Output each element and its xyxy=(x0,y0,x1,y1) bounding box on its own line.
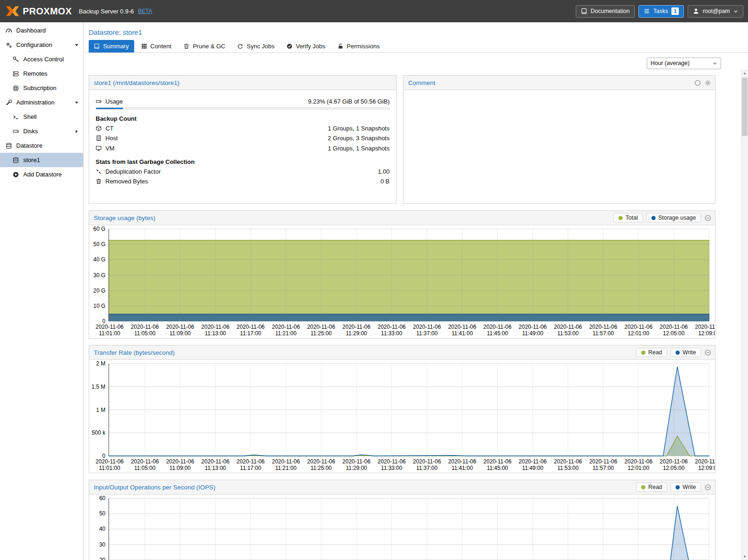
legend-write[interactable]: Write xyxy=(670,348,701,357)
expand-caret-right-icon[interactable] xyxy=(74,129,79,134)
database-icon xyxy=(6,143,12,149)
expand-caret-icon[interactable] xyxy=(74,42,79,48)
svg-text:11:21:00: 11:21:00 xyxy=(275,330,297,337)
sidebar-item-subscription[interactable]: Subscription xyxy=(0,81,83,95)
svg-text:2020-11-06: 2020-11-06 xyxy=(660,458,688,465)
tab-content[interactable]: Content xyxy=(136,40,177,52)
svg-text:2020-11-06: 2020-11-06 xyxy=(695,324,715,330)
sidebar-item-disks[interactable]: Disks xyxy=(0,124,83,138)
building-icon xyxy=(96,135,102,141)
svg-text:11:29:00: 11:29:00 xyxy=(346,465,367,471)
beta-link[interactable]: BETA xyxy=(138,8,152,14)
tab-permissions[interactable]: Permissions xyxy=(332,40,385,52)
svg-text:2020-11-06: 2020-11-06 xyxy=(448,324,476,330)
comment-circle-tool-icon[interactable] xyxy=(694,79,701,86)
scroll-down-arrow[interactable]: ▼ xyxy=(741,553,748,560)
tab-summary[interactable]: Summary xyxy=(89,40,134,52)
comment-settings-gear-icon[interactable] xyxy=(704,79,711,86)
vertical-scrollbar[interactable]: ▲ ▼ xyxy=(741,70,748,560)
svg-text:2020-11-06: 2020-11-06 xyxy=(377,458,406,465)
documentation-label: Documentation xyxy=(591,8,630,14)
svg-text:2020-11-06: 2020-11-06 xyxy=(202,324,230,330)
database-icon xyxy=(13,157,19,163)
svg-text:2020-11-06: 2020-11-06 xyxy=(131,324,159,330)
scroll-up-arrow[interactable]: ▲ xyxy=(741,70,748,77)
svg-text:11:09:00: 11:09:00 xyxy=(169,465,191,471)
legend-read[interactable]: Read xyxy=(636,348,667,357)
svg-text:2020-11-06: 2020-11-06 xyxy=(237,324,265,330)
legend-total[interactable]: Total xyxy=(613,213,643,222)
svg-text:11:57:00: 11:57:00 xyxy=(592,465,614,471)
svg-text:11:45:00: 11:45:00 xyxy=(487,330,508,337)
sidebar: Dashboard Configuration Access Control R… xyxy=(0,22,84,560)
sidebar-item-access-control[interactable]: Access Control xyxy=(0,52,83,66)
sidebar-item-datastore[interactable]: Datastore xyxy=(0,138,83,153)
sidebar-item-add-datastore[interactable]: Add Datastore xyxy=(0,167,83,182)
svg-text:40: 40 xyxy=(99,526,106,532)
legend-write[interactable]: Write xyxy=(670,482,701,492)
sidebar-item-dashboard[interactable]: Dashboard xyxy=(0,23,83,38)
storage-usage-chart: 010 G20 G30 G40 G50 G60 G2020-11-0611:01… xyxy=(89,225,715,338)
transfer-rate-title: Transfer Rate (bytes/second) xyxy=(94,349,175,356)
dedup-row: Deduplication Factor 1.00 xyxy=(96,167,390,176)
svg-text:2020-11-06: 2020-11-06 xyxy=(237,458,265,465)
legend-dot xyxy=(676,351,680,355)
vm-value: 1 Groups, 1 Snapshots xyxy=(328,145,390,152)
collapse-panel-icon[interactable] xyxy=(704,349,711,356)
tab-sync-jobs[interactable]: Sync Jobs xyxy=(232,40,280,52)
sidebar-item-store1[interactable]: store1 xyxy=(0,153,83,167)
tab-verify-jobs[interactable]: Verify Jobs xyxy=(281,40,331,52)
iops-panel: Input/Output Operations per Second (IOPS… xyxy=(89,480,715,560)
time-range-select[interactable]: Hour (average) xyxy=(647,58,721,69)
svg-text:11:29:00: 11:29:00 xyxy=(346,330,367,337)
comment-panel: Comment xyxy=(403,75,715,204)
scrollbar-thumb[interactable] xyxy=(742,78,748,136)
svg-text:11:01:00: 11:01:00 xyxy=(99,465,120,471)
sidebar-item-label: Remotes xyxy=(23,70,47,77)
book-icon xyxy=(94,43,100,49)
sidebar-item-label: Dashboard xyxy=(16,27,46,34)
transfer-rate-panel: Transfer Rate (bytes/second) Read Write … xyxy=(89,345,715,473)
svg-text:2020-11-06: 2020-11-06 xyxy=(519,324,547,330)
host-value: 2 Groups, 3 Snapshots xyxy=(328,135,390,142)
tab-label: Summary xyxy=(103,43,129,50)
tab-prune-gc[interactable]: Prune & GC xyxy=(178,40,230,52)
legend-dot xyxy=(618,216,623,220)
legend-label: Read xyxy=(648,349,662,356)
sidebar-item-label: Datastore xyxy=(16,142,42,149)
svg-text:11:05:00: 11:05:00 xyxy=(134,330,156,337)
summary-panel-title: store1 (/mnt/datastores/store1) xyxy=(94,79,180,86)
collapse-panel-icon[interactable] xyxy=(704,215,711,221)
legend-dot xyxy=(676,485,680,489)
sidebar-item-administration[interactable]: Administration xyxy=(0,95,83,110)
gears-icon xyxy=(6,42,12,48)
svg-text:1 M: 1 M xyxy=(96,407,105,413)
svg-text:11:33:00: 11:33:00 xyxy=(381,465,403,471)
svg-text:50 G: 50 G xyxy=(93,241,105,247)
collapse-panel-icon[interactable] xyxy=(704,484,711,491)
usage-value: 9.23% (4.67 GiB of 50.56 GiB) xyxy=(308,98,390,105)
sidebar-item-shell[interactable]: Shell xyxy=(0,110,83,124)
ct-label: CT xyxy=(105,125,113,132)
transfer-rate-chart: 0500 k1 M1.5 M2 M2020-11-0611:01:002020-… xyxy=(89,360,715,473)
documentation-button[interactable]: Documentation xyxy=(576,5,635,18)
sidebar-item-remotes[interactable]: Remotes xyxy=(0,66,83,81)
brand: PROXMOX Backup Server 0.9-6 BETA xyxy=(6,6,152,17)
svg-text:2020-11-06: 2020-11-06 xyxy=(166,324,195,330)
user-menu-button[interactable]: root@pam xyxy=(688,5,743,18)
sidebar-item-configuration[interactable]: Configuration xyxy=(0,38,83,52)
svg-text:2020-11-06: 2020-11-06 xyxy=(272,458,300,465)
gc-stats-title: Stats from last Garbage Collection xyxy=(96,158,390,165)
removed-bytes-value: 0 B xyxy=(380,178,390,185)
tasks-button[interactable]: Tasks 1 xyxy=(638,5,684,18)
legend-read[interactable]: Read xyxy=(636,482,667,492)
svg-text:11:17:00: 11:17:00 xyxy=(240,465,261,471)
svg-text:60 G: 60 G xyxy=(93,226,105,232)
expand-caret-icon[interactable] xyxy=(74,100,79,105)
toolbar: Hour (average) xyxy=(84,53,748,73)
grid-icon xyxy=(141,43,147,49)
legend-label: Storage usage xyxy=(658,215,696,221)
svg-text:20 G: 20 G xyxy=(93,287,105,294)
svg-text:11:09:00: 11:09:00 xyxy=(169,330,191,337)
legend-storage-usage[interactable]: Storage usage xyxy=(646,213,701,222)
